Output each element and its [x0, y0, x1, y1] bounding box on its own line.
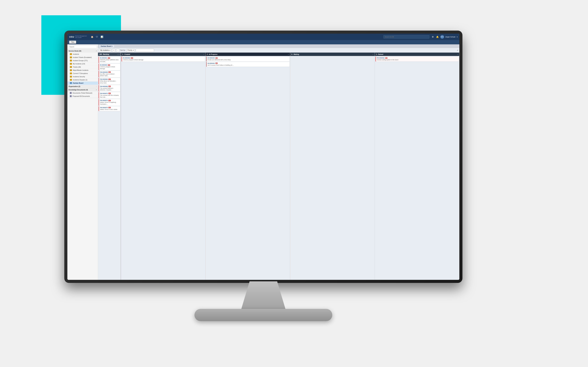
- kanban-card[interactable]: FM-0000062 3X Central cooling system in …: [375, 57, 459, 61]
- sidebar-group-label-servicedesk: Service Desk (10): [69, 50, 81, 52]
- kanban-card[interactable]: IN-0000452 3X Antivirus program shows da…: [99, 64, 120, 70]
- card-id: FM-0000070: [100, 93, 108, 94]
- card-priority-badge: 3X: [216, 63, 218, 64]
- card-priority-badge: 3X: [385, 57, 388, 59]
- app-main: Service Desk (10) ▾ Incidents Incident T…: [67, 44, 459, 280]
- priority-dropdown[interactable]: Priority ▾: [127, 49, 135, 52]
- sidebar-item-tickets-all[interactable]: Tickets (All): [67, 66, 98, 69]
- home-icon[interactable]: 🏠: [90, 35, 94, 39]
- sidebar-group-header-organization[interactable]: Organization (2) ›: [67, 85, 98, 88]
- card-header-row: FM-0000075 3X: [100, 107, 119, 108]
- kanban-card[interactable]: IN-0000404 3X Wi-Fi Access Point Failure…: [206, 62, 290, 67]
- sidebar-item-label: Current IT Disruptions: [73, 73, 88, 74]
- folder-yellow-icon: [70, 79, 72, 81]
- kanban-card[interactable]: FM-0000068 3X The central heating is def…: [99, 85, 120, 92]
- chart-icon[interactable]: 📊: [100, 35, 104, 39]
- sidebar-item-incidents-disaster[interactable]: Incidents Disaster (2): [67, 78, 98, 82]
- sidebar-item-incidents[interactable]: Incidents: [67, 53, 98, 56]
- kanban-card[interactable]: FM-0000066 3X What about my relocation -…: [99, 78, 120, 84]
- card-header-row: FM-0000068 3X: [100, 86, 119, 87]
- kanban-card[interactable]: IN-0000403 3X Emails are delivered with …: [206, 57, 290, 61]
- sidebar-item-current-it-disruptions[interactable]: Current IT Disruptions: [67, 72, 98, 75]
- monitor-stand-base: [194, 309, 332, 321]
- card-header-row: FM-0000066 3X: [100, 78, 119, 80]
- sidebar-group-header-knowledge[interactable]: Knowledge Documents (4) ▾: [67, 88, 98, 92]
- kanban-search-input[interactable]: [136, 49, 154, 52]
- card-header-row: FM-0000058 3X: [100, 71, 119, 73]
- app-subheader: Tiles: [67, 40, 459, 44]
- my-incidents-dropdown[interactable]: My Incidents ▾: [99, 49, 111, 52]
- card-text: Wi-Fi Access Point Failure in Building 2…: [208, 64, 289, 66]
- sidebar-group-header-servicedesk[interactable]: Service Desk (10) ▾: [67, 49, 98, 53]
- col-minus-btn[interactable]: −: [457, 53, 458, 55]
- card-text: Central cooling system in the Sanct: [377, 59, 458, 61]
- sidebar-search-input[interactable]: [68, 45, 97, 48]
- col-plus-btn[interactable]: +: [119, 53, 120, 55]
- kanban-card[interactable]: FM-0000075 3X Defect / Error in UDC-1000…: [99, 106, 120, 111]
- folder-yellow-icon: [70, 73, 72, 74]
- sidebar-item-kanban-board[interactable]: Kanban Board: [67, 82, 98, 85]
- folder-yellow-icon: [70, 60, 72, 61]
- content-tabs: Kanban Board ×: [98, 44, 459, 48]
- logo-usu: USU: [69, 36, 74, 38]
- tiles-tab[interactable]: Tiles: [69, 41, 76, 44]
- sidebar-item-label: Documents (Ticket Relevant): [73, 92, 92, 94]
- service-management-text: Service Management: [75, 35, 87, 37]
- col-minus-btn[interactable]: −: [203, 53, 204, 55]
- sidebar-item-label: My Incidents (1/4): [73, 63, 85, 65]
- sidebar-group-knowledge: Knowledge Documents (4) ▾ Documents (Tic…: [67, 88, 98, 98]
- card-priority-badge: 3X: [108, 79, 111, 80]
- logo-area: USU Service Management USU GmbH: [69, 35, 87, 38]
- settings-icon[interactable]: ⚙: [431, 35, 435, 39]
- monitor-screen: USU Service Management USU GmbH 🏠 🛡 📊: [67, 34, 459, 280]
- col-minus-btn[interactable]: −: [117, 53, 118, 55]
- kanban-card[interactable]: IN-0000452 3X Antivirus program shows da…: [121, 57, 205, 61]
- col-controls-backlog: − +: [117, 53, 120, 55]
- kanban-card[interactable]: IN-0000451 3X Network printer Dyff0254 d…: [99, 57, 120, 63]
- card-priority-badge: 3X: [108, 107, 111, 108]
- card-id: IN-0000403: [208, 57, 215, 59]
- monitor-wrapper: USU Service Management USU GmbH 🏠 🛡 📊: [64, 31, 508, 336]
- sidebar-item-label: Incident Tickets (Escalated): [73, 57, 92, 58]
- remove-button[interactable]: −: [116, 49, 119, 52]
- kanban-card[interactable]: FM-0000074 3X Defect / Error in Augsburg…: [99, 99, 120, 106]
- card-id: FM-0000062: [377, 57, 385, 59]
- card-text: Defect / Error in Augsburg-Hochstern-...: [100, 101, 119, 105]
- col-controls-in-progress: −: [288, 53, 289, 55]
- sidebar-item-proposed-kb-documents[interactable]: Proposed KB-Documents: [67, 95, 98, 98]
- sidebar-item-label: Incidents Disaster (2): [73, 79, 87, 81]
- sidebar-item-major-incidents[interactable]: Major/Master Incidents: [67, 69, 98, 72]
- notifications-icon[interactable]: 🔔: [436, 35, 439, 39]
- monitor-stand-neck: [240, 281, 286, 312]
- kanban-card[interactable]: FM-0000058 3X My office seat is defecti …: [99, 71, 120, 77]
- folder-yellow-icon: [70, 56, 72, 58]
- chevron-down-icon[interactable]: ▾: [457, 36, 458, 38]
- sidebar-item-my-incidents[interactable]: My Incidents (1/4): [67, 62, 98, 66]
- card-id: IN-0000452: [123, 57, 130, 59]
- col-title-waiting: 0 - Waiting: [291, 53, 299, 55]
- chevron-right-icon: ›: [96, 86, 97, 87]
- sidebar-item-incidents-security[interactable]: Incidents Security: [67, 75, 98, 78]
- sidebar-item-incident-groups[interactable]: Incident Groups (271): [67, 59, 98, 62]
- col-controls-waiting: −: [372, 53, 373, 55]
- add-button[interactable]: +: [112, 49, 115, 52]
- kanban-cards-solved: FM-0000062 3X Central cooling system in …: [375, 56, 459, 280]
- col-minus-btn[interactable]: −: [372, 53, 373, 55]
- tab-kanban-board[interactable]: Kanban Board ×: [99, 45, 114, 48]
- search-input[interactable]: [383, 35, 429, 39]
- kanban-card[interactable]: FM-0000070 3X The contract with the comp…: [99, 92, 120, 99]
- kanban-col-backlog: 108 - Backlog − +: [98, 53, 121, 280]
- card-header-row: FM-0000070 3X: [100, 93, 119, 94]
- chevron-down-icon: ▾: [96, 89, 97, 91]
- logo-subtitle-block: Service Management USU GmbH: [75, 35, 87, 38]
- sidebar-item-incident-tickets-escalated[interactable]: Incident Tickets (Escalated): [67, 56, 98, 59]
- shield-icon[interactable]: 🛡: [95, 35, 99, 39]
- expand-icon[interactable]: ⤢: [457, 49, 458, 51]
- sidebar-item-documents-ticket-relevant[interactable]: Documents (Ticket Relevant): [67, 92, 98, 95]
- user-name: Jürgen Schuler: [445, 36, 456, 38]
- card-header-row: IN-0000403 3X: [208, 57, 289, 59]
- avatar[interactable]: MFA: [440, 35, 444, 39]
- sidebar-item-label: Proposed KB-Documents: [73, 95, 90, 97]
- kanban-cards-waiting: [290, 56, 375, 280]
- col-minus-btn[interactable]: −: [288, 53, 289, 55]
